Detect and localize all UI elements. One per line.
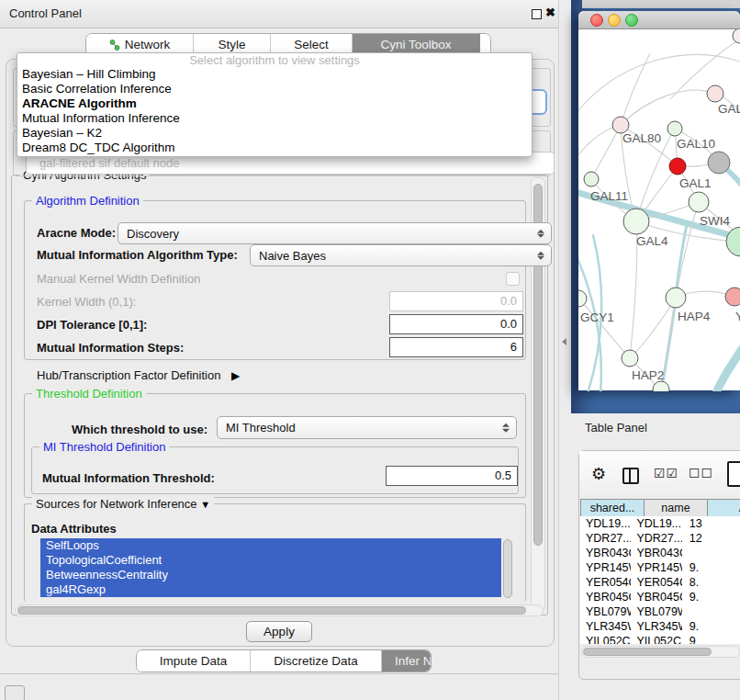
table-column-header[interactable]: shared...: [581, 500, 645, 516]
expand-arrow-icon: ▼: [200, 499, 210, 510]
zoom-button[interactable]: [625, 14, 638, 27]
network-view-window[interactable]: GAL80GAL10GAL1GAL11SWI4GAL4GCY1HAP4YHAP2…: [578, 11, 740, 390]
network-node[interactable]: [584, 172, 599, 186]
dpi-tolerance-field[interactable]: 0.0: [389, 314, 523, 334]
table-hscroll[interactable]: [581, 646, 740, 658]
hub-definition-toggle[interactable]: Hub/Transcription Factor Definition ▶: [37, 368, 240, 382]
sources-title[interactable]: Sources for Network Inference ▼: [32, 497, 214, 511]
aracne-mode-label: Aracne Mode:: [37, 226, 116, 240]
unchecked-columns-icon[interactable]: ☐☐: [689, 466, 713, 480]
network-nodes[interactable]: [578, 29, 740, 391]
node-label: HAP2: [632, 368, 664, 382]
split-view-icon[interactable]: [622, 468, 639, 484]
table-row[interactable]: YBR043CYBR043C: [580, 546, 740, 560]
network-node[interactable]: [708, 152, 730, 174]
table-cell: 12: [682, 531, 740, 546]
close-button[interactable]: [590, 14, 603, 27]
float-window-icon[interactable]: [532, 9, 542, 19]
table-row[interactable]: YPR145WYPR145W9.: [580, 560, 740, 575]
table-row[interactable]: YLR345WYLR345W9.: [580, 619, 740, 634]
which-threshold-combo[interactable]: MI Threshold: [217, 416, 517, 439]
network-node[interactable]: [578, 290, 587, 307]
table-cell: 13: [682, 516, 740, 531]
aracne-mode-combo[interactable]: Discovery: [118, 222, 552, 244]
algorithm-list-item[interactable]: Mutual Information Inference: [17, 111, 532, 126]
mi-type-combo[interactable]: Naive Bayes: [250, 244, 552, 266]
network-window-titlebar[interactable]: [578, 11, 740, 29]
table-row[interactable]: YIL052CYIL052C9: [580, 634, 740, 644]
table-cell: YBR043C: [631, 546, 681, 560]
table-row[interactable]: YBR045CYBR045C9.: [580, 590, 740, 604]
node-label: GAL80: [622, 131, 661, 145]
panel-collapse-icon[interactable]: [5, 685, 25, 700]
algorithm-list-item[interactable]: ARACNE Algorithm: [17, 96, 532, 111]
table-row[interactable]: YDR27...YDR27...12: [580, 531, 740, 546]
data-attributes-label: Data Attributes: [31, 522, 117, 536]
network-node[interactable]: [622, 350, 638, 367]
network-node[interactable]: [725, 288, 740, 306]
algorithm-popup: Select algorithm to view settings Bayesi…: [17, 52, 533, 157]
data-attribute-item[interactable]: SelfLoops: [40, 538, 501, 553]
splitter-handle-icon[interactable]: [562, 338, 566, 345]
network-canvas[interactable]: GAL80GAL10GAL1GAL11SWI4GAL4GCY1HAP4YHAP2…: [578, 29, 740, 391]
node-label: GAL1: [679, 176, 712, 190]
table-column-header[interactable]: A: [708, 500, 740, 516]
mi-steps-field[interactable]: 6: [389, 337, 523, 357]
node-label: GAL4: [636, 234, 668, 248]
table-body[interactable]: YDL19...YDL19...13YDR27...YDR27...12YBR0…: [580, 516, 740, 644]
mi-steps-label: Mutual Information Steps:: [37, 341, 184, 355]
page-icon[interactable]: [727, 461, 740, 487]
data-attribute-item[interactable]: TopologicalCoefficient: [40, 553, 501, 568]
network-node-labels: GAL80GAL10GAL1GAL11SWI4GAL4GCY1HAP4YHAP2…: [580, 102, 740, 382]
tab-impute-data[interactable]: Impute Data: [137, 650, 251, 672]
table-row[interactable]: YBL079WYBL079W: [580, 604, 740, 619]
table-column-header[interactable]: name: [645, 500, 708, 516]
manual-kernel-checkbox[interactable]: [506, 272, 520, 286]
panel-bottom-divider: [0, 673, 558, 674]
kernel-width-field[interactable]: 0.0: [389, 291, 523, 311]
table-cell: YDL19...: [631, 516, 681, 531]
tab-infer-network[interactable]: Infer Network: [382, 650, 432, 672]
table-hscroll-thumb[interactable]: [583, 648, 712, 656]
network-node[interactable]: [653, 381, 669, 391]
checked-columns-icon[interactable]: ☑☑: [654, 466, 678, 480]
network-node[interactable]: [667, 121, 682, 136]
node-label: SWI4: [700, 214, 730, 228]
which-threshold-label: Which threshold to use:: [72, 423, 207, 436]
network-node[interactable]: [689, 192, 709, 212]
tab-discretize-data[interactable]: Discretize Data: [251, 650, 382, 672]
network-node[interactable]: [669, 158, 686, 175]
algorithm-list-item[interactable]: Dream8 DC_TDC Algorithm: [17, 141, 532, 155]
data-attribute-item[interactable]: gal4RGexp: [40, 582, 501, 597]
algorithm-list-item[interactable]: Basic Correlation Inference: [17, 82, 532, 96]
threshold-title: Threshold Definition: [32, 387, 146, 401]
network-node[interactable]: [707, 85, 723, 102]
settings-hscroll-thumb[interactable]: [17, 606, 526, 615]
gear-icon[interactable]: ⚙: [591, 464, 606, 484]
mi-threshold-field[interactable]: 0.5: [386, 466, 518, 486]
data-attributes-list[interactable]: SelfLoopsTopologicalCoefficientBetweenne…: [40, 538, 501, 599]
table-cell: 9: [682, 634, 740, 644]
attributes-vscroll-thumb[interactable]: [503, 539, 512, 598]
minimize-button[interactable]: [608, 14, 621, 27]
mi-threshold-title: MI Threshold Definition: [39, 440, 169, 454]
network-node[interactable]: [666, 288, 686, 308]
algorithm-list-item[interactable]: Bayesian – K2: [17, 126, 532, 141]
node-label: GCY1: [580, 310, 614, 324]
table-row[interactable]: YER054CYER054C8.: [580, 575, 740, 590]
table-cell: YDL19...: [580, 516, 631, 531]
table-row[interactable]: YDL19...YDL19...13: [580, 516, 740, 531]
popup-placeholder: Select algorithm to view settings: [17, 53, 532, 67]
table-cell: 9.: [682, 619, 740, 634]
control-panel-titlebar: [0, 0, 558, 28]
settings-hscroll[interactable]: [15, 604, 544, 616]
algorithm-list-item[interactable]: Bayesian – Hill Climbing: [17, 67, 532, 82]
table-cell: YPR145W: [580, 560, 631, 575]
apply-button[interactable]: Apply: [246, 621, 312, 642]
network-node[interactable]: [623, 209, 649, 234]
mi-threshold-label: Mutual Information Threshold:: [42, 471, 215, 485]
close-icon[interactable]: ✖: [545, 6, 555, 19]
data-attribute-item[interactable]: BetweennessCentrality: [40, 568, 501, 582]
control-panel-title: Control Panel: [9, 6, 82, 20]
network-node[interactable]: [733, 29, 740, 43]
